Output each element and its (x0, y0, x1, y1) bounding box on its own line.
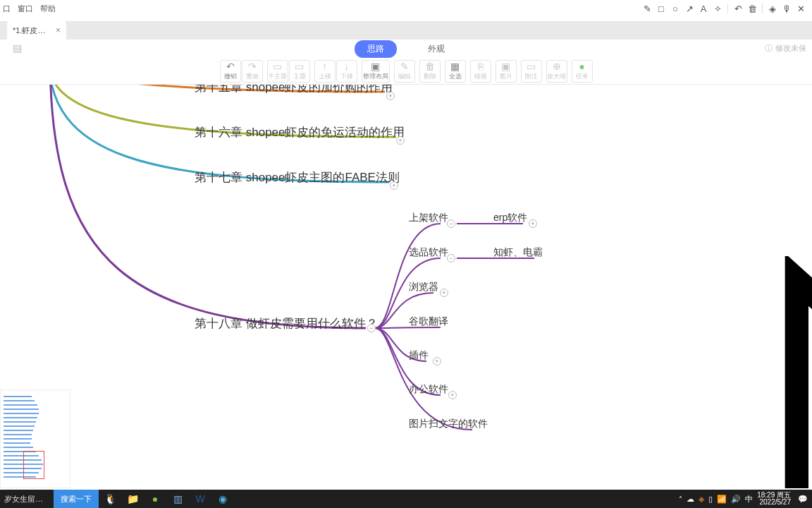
node-chapter-16[interactable]: 第十六章 shopee虾皮的免运活动的作用 (195, 124, 405, 140)
menu-help[interactable]: 帮助 (40, 4, 56, 14)
pencil-icon[interactable]: ✎ (640, 1, 654, 16)
toolbar-undo[interactable]: ↶撤销 (220, 60, 241, 83)
outline-icon[interactable]: ▤ (13, 42, 22, 54)
modify-unsaved-text: 修改未保 (775, 43, 806, 54)
expand-office-sw[interactable]: + (448, 391, 457, 399)
toolbar-zoom[interactable]: ⊕放大缩 (546, 60, 567, 83)
node-chapter-18[interactable]: 第十八章 做虾皮需要用什么软件？ (195, 315, 378, 332)
arrow-icon[interactable]: ↗ (682, 1, 696, 16)
mindmap-canvas[interactable]: 第十五章 shopee虾皮的加价购的作用 + 第十六章 shopee虾皮的免运活… (0, 85, 812, 488)
viewmode-appearance[interactable]: 外观 (415, 40, 457, 58)
menu-window[interactable]: 窗口 (18, 4, 33, 14)
expand-erp-sw[interactable]: + (529, 219, 537, 228)
node-google-translate[interactable]: 谷歌翻译 (409, 315, 448, 328)
undo-icon[interactable]: ↶ (731, 1, 745, 16)
mindmap-connectors (0, 85, 812, 488)
toolbar-delete[interactable]: 🗑删除 (419, 60, 441, 83)
viewmode-pill: 思路 外观 (355, 40, 457, 58)
separator (727, 4, 728, 13)
tray-wifi-icon[interactable]: 📶 (717, 495, 727, 504)
tab-document[interactable]: *1.虾皮实… × (7, 21, 66, 40)
mic-icon[interactable]: 🎙 (780, 1, 794, 16)
taskbar-search[interactable]: 搜索一下 (54, 490, 99, 508)
toolbar-redo[interactable]: ↷重做 (242, 60, 263, 83)
toolbar-topic[interactable]: ▭主题 (289, 60, 310, 83)
toolbar-select-all[interactable]: ▦全选 (445, 60, 466, 83)
menu-file[interactable]: 口 (3, 4, 11, 14)
toolbar-note[interactable]: ▭附注 (521, 60, 542, 83)
collapse-ch18[interactable]: − (367, 324, 376, 332)
toolbar-up[interactable]: ↑上移 (314, 60, 336, 83)
sound-icon[interactable]: ◈ (765, 1, 780, 16)
tray-battery-icon[interactable]: ▯ (708, 495, 713, 504)
tab-row: *1.虾皮实… × (0, 21, 812, 40)
node-listing-sw[interactable]: 上架软件 (409, 212, 448, 224)
info-icon: ⓘ (765, 43, 773, 54)
viewmode-row: ▤ 思路 外观 ⓘ 修改未保 (0, 40, 812, 58)
taskbar-app-browser1[interactable]: ● (144, 490, 166, 508)
tab-label: *1.虾皮实… (13, 25, 51, 36)
modify-unsaved-label: ⓘ 修改未保 (765, 43, 806, 54)
taskbar-tray: ˄ ☁ ◆ ▯ 📶 🔊 中 18:29 周五 2022/5/27 💬 (679, 492, 812, 506)
node-chapter-15[interactable]: 第十五章 shopee虾皮的加价购的作用 (195, 85, 393, 95)
expand-ch17[interactable]: + (390, 181, 398, 190)
taskbar-clock[interactable]: 18:29 周五 2022/5/27 (757, 492, 794, 506)
taskbar-app-notes[interactable]: ▥ (166, 490, 189, 508)
expand-browser[interactable]: + (440, 289, 448, 297)
viewmode-thought[interactable]: 思路 (355, 40, 397, 58)
toolbar-edit[interactable]: ✎编辑 (394, 60, 415, 83)
node-browser[interactable]: 浏览器 (409, 281, 438, 294)
square-icon[interactable]: □ (654, 1, 668, 16)
toolbar-layout[interactable]: ▣整理布局 (362, 60, 390, 83)
tray-volume-icon[interactable]: 🔊 (731, 495, 741, 504)
mouse-cursor-icon (508, 256, 812, 488)
taskbar-app-1[interactable]: 🐧 (99, 490, 121, 508)
expand-ch15[interactable]: + (386, 92, 395, 100)
minimap[interactable] (0, 389, 70, 488)
menubar: 口 窗口 帮助 (0, 0, 56, 17)
toolbar-task[interactable]: ●任务 (572, 60, 593, 83)
expand-plugin[interactable]: + (433, 357, 441, 365)
tab-close-icon[interactable]: × (56, 25, 61, 35)
taskbar-app-explorer[interactable]: 📁 (121, 490, 144, 508)
collapse-listing-sw[interactable]: − (447, 219, 455, 228)
circle-icon[interactable]: ○ (668, 1, 682, 16)
close-icon[interactable]: ✕ (794, 1, 808, 16)
tray-chevron-icon[interactable]: ˄ (679, 495, 682, 503)
taskbar-app-word[interactable]: W (189, 490, 211, 508)
tray-shield-icon[interactable]: ◆ (699, 495, 704, 504)
titlebar-right-tools: ✎ □ ○ ↗ A ✧ ↶ 🗑 ◈ 🎙 ✕ (640, 1, 812, 16)
toolbar-image[interactable]: ▣图片 (496, 60, 517, 83)
node-chapter-17[interactable]: 第十七章 shopee虾皮主图的FABE法则 (195, 169, 400, 186)
minimap-viewport[interactable] (23, 451, 44, 479)
node-office-sw[interactable]: 办公软件 (409, 383, 448, 396)
magic-icon[interactable]: ✧ (710, 1, 725, 16)
collapse-selection-sw[interactable]: − (447, 254, 455, 262)
node-ocr-sw[interactable]: 图片扫文字的软件 (409, 418, 488, 430)
text-a-icon[interactable]: A (696, 1, 710, 16)
expand-ch16[interactable]: + (396, 136, 405, 145)
taskbar-app-browser2[interactable]: ◉ (211, 490, 234, 508)
toolbar-link[interactable]: ⎘链接 (470, 60, 491, 83)
node-zhixia-dianba[interactable]: 知虾、电霸 (493, 246, 543, 259)
node-selection-sw[interactable]: 选品软件 (409, 246, 448, 259)
toolbar-down[interactable]: ↓下移 (336, 60, 357, 83)
trash-icon[interactable]: 🗑 (745, 1, 759, 16)
node-plugin[interactable]: 插件 (409, 349, 429, 362)
tray-notification-icon[interactable]: 💬 (798, 495, 808, 504)
separator (762, 4, 763, 13)
tray-ime-label[interactable]: 中 (745, 494, 753, 504)
node-erp-sw[interactable]: erp软件 (493, 212, 527, 224)
windows-taskbar: 岁女生留遗书死亡 搜索一下 🐧 📁 ● ▥ W ◉ ˄ ☁ ◆ ▯ 📶 🔊 中 … (0, 490, 812, 508)
toolbar: ↶撤销 ↷重做 ▭子主题 ▭主题 ↑上移 ↓下移 ▣整理布局 ✎编辑 🗑删除 ▦… (0, 58, 812, 85)
toolbar-subtopic[interactable]: ▭子主题 (267, 60, 288, 83)
taskbar-news[interactable]: 岁女生留遗书死亡 (0, 494, 54, 504)
tray-cloud-icon[interactable]: ☁ (687, 495, 694, 504)
titlebar: ✎ □ ○ ↗ A ✧ ↶ 🗑 ◈ 🎙 ✕ (0, 0, 812, 17)
